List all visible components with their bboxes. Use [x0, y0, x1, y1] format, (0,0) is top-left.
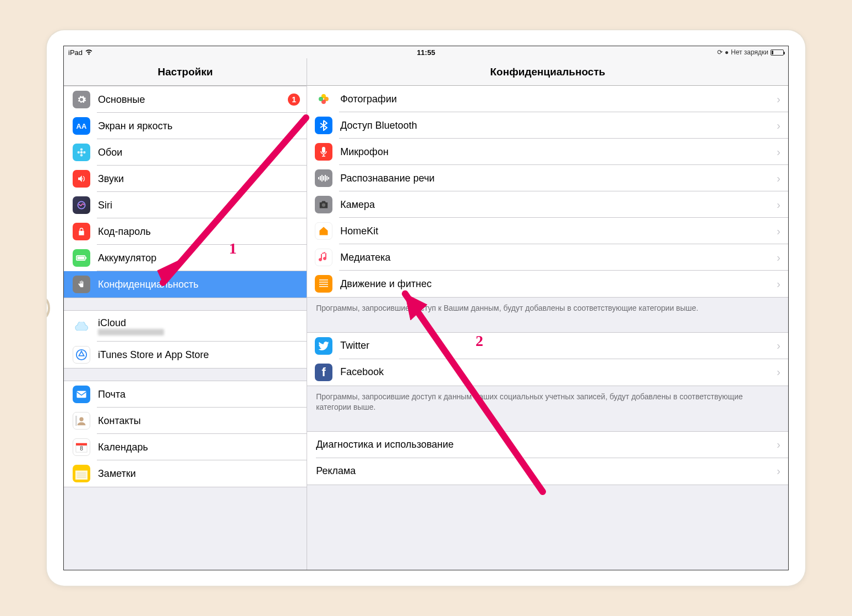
- sidebar-item-notes[interactable]: Заметки: [64, 460, 307, 487]
- label: Конфиденциальность: [98, 279, 307, 290]
- label: Камера: [340, 199, 777, 211]
- sidebar-group-0: Основные 1 AA Экран и яркость Обои: [64, 86, 307, 298]
- label: Доступ Bluetooth: [340, 120, 777, 131]
- label: Диагностика и использование: [316, 439, 777, 450]
- svg-rect-10: [77, 391, 86, 398]
- privacy-item-media[interactable]: Медиатека ›: [307, 244, 788, 271]
- photos-icon: [315, 90, 332, 108]
- privacy-item-twitter[interactable]: Twitter ›: [307, 333, 788, 359]
- device-label: iPad: [68, 48, 83, 57]
- label: Почта: [98, 389, 307, 400]
- chevron-right-icon: ›: [777, 146, 780, 158]
- sidebar-scroll[interactable]: Основные 1 AA Экран и яркость Обои: [64, 86, 307, 570]
- label: Микрофон: [340, 146, 777, 158]
- chevron-right-icon: ›: [777, 366, 780, 378]
- label: Код-пароль: [98, 226, 307, 238]
- label: Фотографии: [340, 94, 777, 105]
- svg-point-1: [80, 148, 83, 151]
- svg-text:8: 8: [80, 446, 83, 452]
- svg-point-0: [80, 151, 83, 154]
- facebook-icon: f: [315, 364, 332, 381]
- label: Распознавание речи: [340, 173, 777, 184]
- label: Facebook: [340, 366, 777, 378]
- sidebar-item-battery[interactable]: Аккумулятор: [64, 245, 307, 271]
- privacy-item-motion[interactable]: Движение и фитнес ›: [307, 271, 788, 297]
- speaker-icon: [73, 170, 90, 188]
- cloud-icon: [73, 317, 90, 335]
- sidebar-item-wallpaper[interactable]: Обои: [64, 139, 307, 166]
- sidebar-item-icloud[interactable]: iCloud: [64, 311, 307, 342]
- label: Обои: [98, 147, 307, 158]
- privacy-item-bluetooth[interactable]: Доступ Bluetooth ›: [307, 112, 788, 139]
- bluetooth-icon: [315, 117, 332, 134]
- svg-point-11: [79, 417, 83, 421]
- sidebar-item-siri[interactable]: Siri: [64, 192, 307, 218]
- sidebar-item-passcode[interactable]: Код-пароль: [64, 218, 307, 245]
- twitter-icon: [315, 337, 332, 355]
- sidebar-group-2: Почта Контакты 8 Календарь: [64, 381, 307, 487]
- home-button[interactable]: [47, 293, 50, 323]
- gear-icon: [73, 91, 90, 108]
- label: HomeKit: [340, 226, 777, 237]
- flower-icon: [73, 144, 90, 161]
- privacy-item-camera[interactable]: Камера ›: [307, 191, 788, 218]
- contacts-icon: [73, 412, 90, 430]
- detail-group-1: Фотографии › Доступ Bluetooth › Микрофон…: [307, 86, 788, 298]
- calendar-icon: 8: [73, 438, 90, 456]
- clock: 11:55: [417, 48, 435, 57]
- sidebar-item-contacts[interactable]: Контакты: [64, 408, 307, 434]
- svg-rect-12: [75, 416, 77, 426]
- label: Twitter: [340, 340, 777, 351]
- label: Движение и фитнес: [340, 278, 777, 290]
- siri-icon: [73, 196, 90, 214]
- label: Реклама: [316, 465, 777, 477]
- label: iCloud: [98, 317, 164, 329]
- svg-point-4: [83, 151, 86, 154]
- privacy-item-homekit[interactable]: HomeKit ›: [307, 218, 788, 244]
- hand-icon: [73, 276, 90, 293]
- privacy-item-ads[interactable]: Реклама ›: [307, 458, 788, 485]
- chevron-right-icon: ›: [777, 339, 780, 352]
- camera-icon: [315, 196, 332, 213]
- waveform-icon: [315, 169, 332, 187]
- sidebar-item-calendar[interactable]: 8 Календарь: [64, 434, 307, 460]
- label: iTunes Store и App Store: [98, 349, 307, 361]
- sidebar-item-sounds[interactable]: Звуки: [64, 166, 307, 192]
- appstore-icon: [73, 346, 90, 364]
- privacy-item-photos[interactable]: Фотографии ›: [307, 86, 788, 112]
- battery-icon: [73, 249, 90, 267]
- battery-text: Нет зарядки: [731, 48, 768, 56]
- chevron-right-icon: ›: [777, 93, 780, 106]
- lock-icon: [73, 223, 90, 240]
- microphone-icon: [315, 143, 332, 161]
- sidebar-item-privacy[interactable]: Конфиденциальность: [64, 271, 307, 298]
- textsize-icon: AA: [73, 117, 90, 135]
- chevron-right-icon: ›: [777, 251, 780, 264]
- svg-point-24: [319, 97, 323, 101]
- orientation-lock-icon: ⟳: [717, 48, 723, 56]
- svg-rect-25: [322, 147, 325, 153]
- privacy-item-diagnostics[interactable]: Диагностика и использование ›: [307, 432, 788, 458]
- music-icon: [315, 249, 332, 266]
- detail-footer-1: Программы, запросившие доступ к Вашим да…: [307, 300, 788, 321]
- sidebar-item-display[interactable]: AA Экран и яркость: [64, 113, 307, 139]
- ipad-frame: iPad 11:55 ⟳ ● Нет зарядки Настройки: [47, 30, 805, 586]
- svg-rect-16: [75, 468, 88, 471]
- detail-title: Конфиденциальность: [307, 58, 788, 86]
- label: Звуки: [98, 173, 307, 185]
- privacy-item-facebook[interactable]: f Facebook ›: [307, 359, 788, 386]
- sidebar-group-1: iCloud iTunes Store и App Store: [64, 310, 307, 369]
- privacy-item-speech[interactable]: Распознавание речи ›: [307, 165, 788, 191]
- label: Аккумулятор: [98, 252, 307, 264]
- chevron-right-icon: ›: [777, 465, 780, 477]
- chevron-right-icon: ›: [777, 438, 780, 451]
- detail-group-2: Twitter › f Facebook ›: [307, 332, 788, 386]
- svg-rect-8: [78, 257, 85, 260]
- privacy-item-microphone[interactable]: Микрофон ›: [307, 139, 788, 165]
- detail-pane: Конфиденциальность Фотографии › Доступ B…: [307, 58, 788, 570]
- detail-scroll[interactable]: Фотографии › Доступ Bluetooth › Микрофон…: [307, 86, 788, 570]
- label: Медиатека: [340, 252, 777, 263]
- sidebar-item-general[interactable]: Основные 1: [64, 86, 307, 113]
- sidebar-item-itunes[interactable]: iTunes Store и App Store: [64, 342, 307, 368]
- sidebar-item-mail[interactable]: Почта: [64, 381, 307, 408]
